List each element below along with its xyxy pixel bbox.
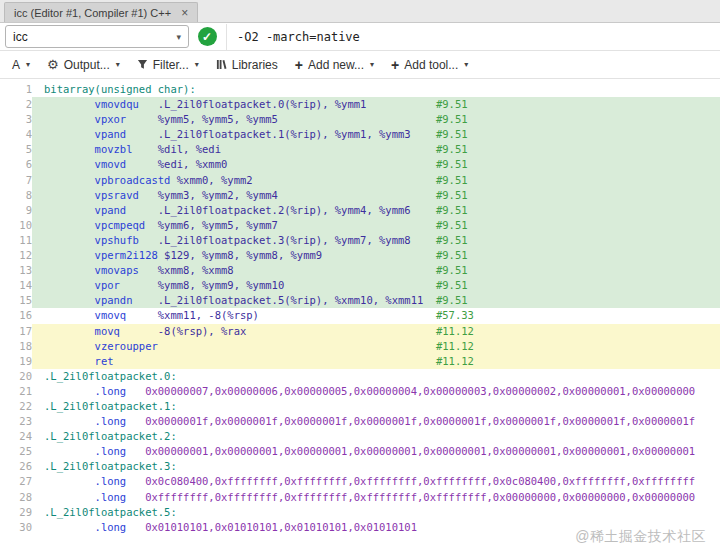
token-op: -8(%rsp), %rax: [158, 325, 247, 337]
add-new-button[interactable]: + Add new... ▾: [288, 55, 381, 75]
code-text: vmovd %edi, %xmm0 #9.51: [32, 157, 720, 172]
token-num: 0x00000001,0x00000001,0x00000001,0x00000…: [145, 445, 695, 457]
code-text: vpsravd %ymm3, %ymm2, %ymm4 #9.51: [32, 188, 720, 203]
line-number: 12: [0, 248, 32, 263]
token-mn: vperm2i128: [44, 249, 164, 261]
chevron-down-icon: ▾: [370, 60, 374, 69]
token-mn: vpsravd: [44, 189, 158, 201]
close-icon[interactable]: ×: [181, 7, 188, 19]
token-lbl: .L_2il0floatpacket.1:: [44, 400, 177, 412]
token-cm: #9.51: [322, 249, 467, 261]
compiler-select[interactable]: icc ▾: [5, 25, 189, 48]
tab-bar: icc (Editor #1, Compiler #1) C++ ×: [0, 0, 720, 23]
code-line: 25 .long 0x00000001,0x00000001,0x0000000…: [0, 444, 720, 459]
code-text: ret #11.12: [32, 354, 720, 369]
compile-status: ✓: [189, 27, 225, 46]
line-number: 6: [0, 157, 32, 172]
line-number: 23: [0, 414, 32, 429]
success-check-icon[interactable]: ✓: [198, 27, 217, 46]
token-op: %ymm5, %ymm5, %ymm5: [158, 113, 278, 125]
line-number: 4: [0, 127, 32, 142]
token-cm: #9.51: [278, 189, 468, 201]
token-cm: #11.12: [158, 355, 474, 367]
code-line: 5 movzbl %dil, %edi #9.51: [0, 142, 720, 157]
token-mn: vpand: [44, 128, 158, 140]
token-mn: .long: [44, 491, 145, 503]
code-line: 2 vmovdqu .L_2il0floatpacket.0(%rip), %y…: [0, 97, 720, 112]
line-number: 9: [0, 203, 32, 218]
token-mn: .long: [44, 475, 145, 487]
code-text: .long 0x0c080400,0xffffffff,0xffffffff,0…: [32, 474, 720, 489]
code-line: 20.L_2il0floatpacket.0:: [0, 369, 720, 384]
watermark: @稀土掘金技术社区: [575, 528, 706, 546]
code-text: vpandn .L_2il0floatpacket.5(%rip), %xmm1…: [32, 293, 720, 308]
code-line: 7 vpbroadcastd %xmm0, %ymm2 #9.51: [0, 173, 720, 188]
token-cm: #9.51: [366, 98, 467, 110]
code-text: vpshufb .L_2il0floatpacket.3(%rip), %ymm…: [32, 233, 720, 248]
code-lines: 1bitarray(unsigned char):2 vmovdqu .L_2i…: [0, 82, 720, 535]
code-text: .long 0x0000001f,0x0000001f,0x0000001f,0…: [32, 414, 720, 429]
plus-icon: +: [295, 58, 303, 72]
token-mn: vmovdqu: [44, 98, 158, 110]
code-line: 21 .long 0x00000007,0x00000006,0x0000000…: [0, 384, 720, 399]
chevron-down-icon: ▾: [176, 32, 181, 42]
libraries-label: Libraries: [232, 58, 278, 72]
token-mn: vpor: [44, 279, 158, 291]
plus-icon: +: [391, 58, 399, 72]
token-mn: .long: [44, 415, 145, 427]
code-line: 15 vpandn .L_2il0floatpacket.5(%rip), %x…: [0, 293, 720, 308]
token-op: %xmm8, %xmm8: [158, 264, 234, 276]
token-num: 0x0000001f,0x0000001f,0x0000001f,0x00000…: [145, 415, 695, 427]
code-text: movq -8(%rsp), %rax #11.12: [32, 324, 720, 339]
chevron-down-icon: ▾: [26, 60, 30, 69]
line-number: 26: [0, 459, 32, 474]
line-number: 19: [0, 354, 32, 369]
token-op: .L_2il0floatpacket.3(%rip), %ymm7, %ymm8: [158, 234, 411, 246]
token-cm: #9.51: [411, 128, 468, 140]
chevron-down-icon: ▾: [195, 60, 199, 69]
libraries-button[interactable]: Libraries: [209, 55, 285, 75]
token-cm: #9.51: [411, 204, 468, 216]
line-number: 3: [0, 112, 32, 127]
code-text: vpand .L_2il0floatpacket.1(%rip), %ymm1,…: [32, 127, 720, 142]
line-number: 2: [0, 97, 32, 112]
token-op: .L_2il0floatpacket.1(%rip), %ymm1, %ymm3: [158, 128, 411, 140]
code-text: vpcmpeqd %ymm6, %ymm5, %ymm7 #9.51: [32, 218, 720, 233]
token-mn: vpbroadcastd: [44, 174, 177, 186]
token-mn: vzeroupper: [44, 340, 164, 352]
token-num: 0xffffffff,0xffffffff,0xffffffff,0xfffff…: [145, 491, 695, 503]
code-text: vmovaps %xmm8, %xmm8 #9.51: [32, 263, 720, 278]
add-tool-button[interactable]: + Add tool... ▾: [384, 55, 475, 75]
font-size-button[interactable]: A ▾: [5, 55, 37, 75]
code-line: 4 vpand .L_2il0floatpacket.1(%rip), %ymm…: [0, 127, 720, 142]
code-line: 16 vmovq %xmm11, -8(%rsp) #57.33: [0, 308, 720, 323]
funnel-icon: [137, 59, 148, 70]
code-text: .L_2il0floatpacket.1:: [32, 399, 720, 414]
token-lbl: .L_2il0floatpacket.2:: [44, 430, 177, 442]
books-icon: [216, 59, 227, 70]
code-line: 17 movq -8(%rsp), %rax #11.12: [0, 324, 720, 339]
filter-button[interactable]: Filter... ▾: [130, 55, 206, 75]
token-op: .L_2il0floatpacket.5(%rip), %xmm10, %xmm…: [158, 294, 424, 306]
line-number: 30: [0, 520, 32, 535]
compiler-options-input[interactable]: [226, 24, 720, 50]
code-line: 19 ret #11.12: [0, 354, 720, 369]
code-line: 9 vpand .L_2il0floatpacket.2(%rip), %ymm…: [0, 203, 720, 218]
line-number: 24: [0, 429, 32, 444]
line-number: 29: [0, 505, 32, 520]
pane-tab[interactable]: icc (Editor #1, Compiler #1) C++ ×: [4, 2, 198, 22]
add-tool-label: Add tool...: [404, 58, 458, 72]
token-mn: vmovaps: [44, 264, 158, 276]
token-lbl: .L_2il0floatpacket.3:: [44, 460, 177, 472]
line-number: 25: [0, 444, 32, 459]
code-line: 10 vpcmpeqd %ymm6, %ymm5, %ymm7 #9.51: [0, 218, 720, 233]
token-mn: vpandn: [44, 294, 158, 306]
asm-output: 1bitarray(unsigned char):2 vmovdqu .L_2i…: [0, 79, 720, 535]
line-number: 13: [0, 263, 32, 278]
token-mn: vpcmpeqd: [44, 219, 158, 231]
code-text: bitarray(unsigned char):: [32, 82, 720, 97]
output-button[interactable]: ⚙ Output... ▾: [40, 55, 127, 75]
line-number: 11: [0, 233, 32, 248]
token-cm: #9.51: [234, 264, 468, 276]
font-size-label: A: [12, 58, 20, 72]
